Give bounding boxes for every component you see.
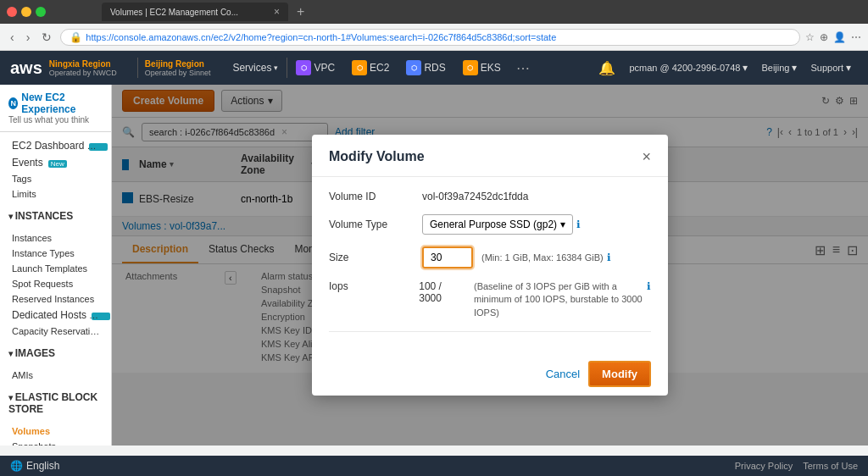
size-input[interactable] [422, 246, 473, 268]
sidebar-item-instances[interactable]: Instances [0, 230, 111, 246]
rds-nav-item[interactable]: ⬡ RDS [398, 51, 453, 85]
beijing-region-selector[interactable]: Beijing Region Operated by Sinnet [145, 59, 211, 77]
tab-close-icon[interactable]: × [274, 6, 280, 18]
profile-icon[interactable]: 👤 [833, 31, 846, 43]
size-row: Size (Min: 1 GiB, Max: 16384 GiB) ℹ [329, 246, 651, 268]
sidebar-item-launch-templates[interactable]: Launch Templates [0, 261, 111, 276]
browser-icons: ☆ ⊕ 👤 ⋯ [805, 31, 861, 43]
new-experience-banner: N New EC2 Experience Tell us what you th… [0, 85, 111, 132]
new-exp-icon: N [8, 97, 18, 109]
eks-nav-item[interactable]: ⬡ EKS [454, 51, 509, 85]
window-controls[interactable] [7, 7, 46, 17]
size-info-icon[interactable]: ℹ [607, 252, 611, 263]
modify-button[interactable]: Modify [588, 361, 651, 387]
user-caret-icon: ▾ [743, 62, 748, 74]
close-window-button[interactable] [7, 7, 17, 17]
iops-info-icon[interactable]: ℹ [647, 280, 651, 292]
sidebar-item-events[interactable]: Events New [0, 154, 111, 171]
volume-type-row: Volume Type General Purpose SSD (gp2) ▾ … [329, 214, 651, 235]
volume-id-value: vol-0f39a72452dc1fdda [422, 191, 528, 202]
maximize-window-button[interactable] [36, 7, 46, 17]
sidebar-item-tags[interactable]: Tags [0, 171, 111, 186]
support-caret-icon: ▾ [846, 62, 851, 74]
modal-header: Modify Volume × [312, 135, 668, 177]
footer-links: Privacy Policy Terms of Use [735, 461, 858, 471]
modal-title: Modify Volume [329, 149, 425, 164]
new-tab-button[interactable]: + [297, 4, 304, 19]
more-services-icon[interactable]: ⋯ [509, 60, 537, 76]
sidebar-item-capacity-reservations[interactable]: Capacity Reservations [0, 324, 111, 339]
volume-id-row: Volume ID vol-0f39a72452dc1fdda [329, 191, 651, 202]
minimize-window-button[interactable] [21, 7, 31, 17]
aws-logo: aws [10, 58, 42, 78]
instances-section-toggle[interactable]: ▾ INSTANCES [0, 207, 111, 225]
services-caret-icon: ▾ [274, 64, 278, 72]
modal-divider [329, 331, 651, 332]
sidebar-item-limits[interactable]: Limits [0, 186, 111, 202]
sidebar-item-spot-requests[interactable]: Spot Requests [0, 276, 111, 291]
support-menu[interactable]: Support ▾ [804, 51, 858, 85]
iops-value: 100 / 3000 [419, 280, 465, 304]
main-content: Create Volume Actions ▾ ↻ ⚙ ⊞ 🔍 search :… [112, 85, 868, 446]
bell-icon: 🔔 [598, 60, 615, 76]
new-experience-sub[interactable]: Tell us what you think [8, 115, 103, 125]
sidebar-item-amis[interactable]: AMIs [0, 368, 111, 383]
globe-icon: 🌐 [10, 460, 23, 472]
url-display[interactable]: https://console.amazonaws.cn/ec2/v2/home… [86, 32, 791, 42]
address-bar: ‹ › ↻ 🔒 https://console.amazonaws.cn/ec2… [0, 24, 868, 51]
forward-button[interactable]: › [23, 29, 34, 46]
star-icon[interactable]: ☆ [805, 31, 815, 43]
modal-footer: Cancel Modify [312, 352, 668, 396]
notifications-button[interactable]: 🔔 [592, 51, 622, 85]
tab-title: Volumes | EC2 Management Co... [110, 8, 238, 17]
refresh-button[interactable]: ↻ [38, 29, 55, 46]
iops-hint: (Baseline of 3 IOPS per GiB with a minim… [474, 280, 643, 319]
user-menu[interactable]: pcman @ 4200-2996-0748 ▾ [622, 51, 754, 85]
language-selector[interactable]: 🌐 English [10, 460, 59, 472]
iops-row: Iops 100 / 3000 (Baseline of 3 IOPS per … [329, 280, 651, 319]
privacy-policy-link[interactable]: Privacy Policy [735, 461, 793, 471]
sidebar-item-ec2-dashboard[interactable]: EC2 Dashboard New [0, 137, 111, 154]
modal-close-button[interactable]: × [642, 148, 651, 166]
region-menu[interactable]: Beijing ▾ [754, 51, 804, 85]
select-caret-icon: ▾ [560, 219, 565, 230]
vpc-nav-item[interactable]: ⬡ VPC [287, 51, 343, 85]
iops-label: Iops [329, 280, 419, 292]
modal-overlay: Modify Volume × Volume ID vol-0f39a72452… [112, 85, 868, 446]
bottom-bar: 🌐 English Privacy Policy Terms of Use [0, 456, 868, 476]
volume-type-select[interactable]: General Purpose SSD (gp2) ▾ [422, 214, 573, 235]
new-experience-title[interactable]: N New EC2 Experience [8, 91, 103, 115]
eks-icon: ⬡ [463, 60, 478, 75]
terms-link[interactable]: Terms of Use [803, 461, 858, 471]
menu-icon[interactable]: ⋯ [851, 31, 861, 43]
modify-volume-modal: Modify Volume × Volume ID vol-0f39a72452… [312, 135, 668, 396]
sidebar-item-reserved-instances[interactable]: Reserved Instances [0, 291, 111, 307]
region-caret-icon: ▾ [792, 62, 797, 74]
vpc-icon: ⬡ [296, 60, 311, 75]
lock-icon: 🔒 [70, 31, 82, 43]
size-label: Size [329, 252, 422, 263]
region-selector[interactable]: Ningxia Region Operated by NWCD [49, 59, 117, 77]
services-menu[interactable]: Services ▾ [224, 51, 287, 85]
sidebar-item-volumes[interactable]: Volumes [0, 423, 111, 439]
sidebar-item-dedicated-hosts[interactable]: Dedicated Hosts New [0, 307, 111, 324]
size-hint: (Min: 1 GiB, Max: 16384 GiB) [481, 252, 604, 263]
back-button[interactable]: ‹ [7, 29, 18, 46]
ec2-nav-item[interactable]: ⬡ EC2 [343, 51, 398, 85]
cancel-button[interactable]: Cancel [546, 368, 580, 380]
sidebar-item-instance-types[interactable]: Instance Types [0, 246, 111, 261]
aws-navbar: aws Ningxia Region Operated by NWCD Beij… [0, 51, 868, 85]
rds-icon: ⬡ [406, 60, 421, 75]
sidebar: N New EC2 Experience Tell us what you th… [0, 85, 112, 446]
images-section-toggle[interactable]: ▾ IMAGES [0, 344, 111, 363]
sidebar-item-snapshots[interactable]: Snapshots [0, 439, 111, 446]
bookmark-icon[interactable]: ⊕ [820, 31, 828, 43]
volume-type-info-icon[interactable]: ℹ [576, 219, 581, 230]
volume-type-label: Volume Type [329, 219, 422, 230]
modal-body: Volume ID vol-0f39a72452dc1fdda Volume T… [312, 177, 668, 352]
ebs-section-toggle[interactable]: ▾ ELASTIC BLOCK STORE [0, 388, 111, 418]
volume-id-label: Volume ID [329, 191, 422, 202]
ec2-icon: ⬡ [352, 60, 367, 75]
